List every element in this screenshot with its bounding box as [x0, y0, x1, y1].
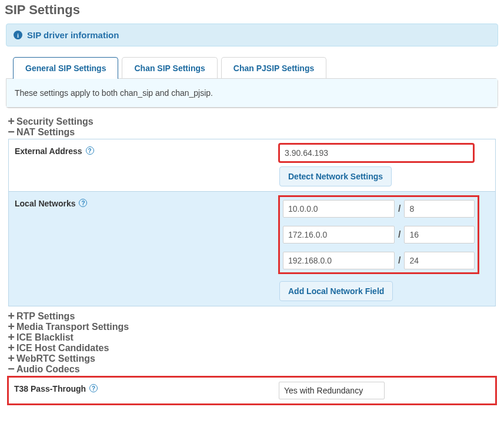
t38-select[interactable]: Yes with Redundancy [279, 382, 385, 399]
local-network-row-1: / [283, 226, 475, 243]
banner-text: SIP driver information [27, 30, 119, 40]
tab-chan-pjsip[interactable]: Chan PJSIP Settings [221, 57, 326, 79]
local-network-row-0: / [283, 200, 475, 218]
row-local-networks: Local Networks ? / / [9, 192, 495, 306]
sec-ice-blacklist-label: ICE Blacklist [16, 332, 74, 343]
local-networks-label: Local Networks [15, 199, 75, 208]
sec-audio-codecs[interactable]: − Audio Codecs [6, 364, 498, 375]
plus-icon: + [7, 354, 15, 362]
local-network-row-2: / [283, 252, 475, 269]
slash-icon: / [398, 229, 400, 240]
sec-security[interactable]: + Security Settings [6, 116, 498, 127]
tabs: General SIP Settings Chan SIP Settings C… [6, 57, 498, 79]
local-networks-group: / / / [279, 196, 478, 273]
local-net-input-1[interactable] [283, 226, 395, 243]
sec-audio-codecs-label: Audio Codecs [16, 364, 80, 375]
sec-security-label: Security Settings [16, 116, 94, 127]
panel-note: These settings apply to both chan_sip an… [6, 79, 498, 108]
sec-nat-label: NAT Settings [16, 127, 75, 138]
plus-icon: + [7, 343, 15, 352]
sec-rtp[interactable]: + RTP Settings [6, 311, 498, 322]
local-net-input-2[interactable] [283, 252, 395, 269]
sec-media-transport[interactable]: + Media Transport Settings [6, 322, 498, 332]
sip-driver-info-banner[interactable]: i SIP driver information [6, 24, 498, 46]
plus-icon: + [7, 117, 15, 125]
slash-icon: / [398, 255, 400, 266]
sec-ice-host-label: ICE Host Candidates [16, 343, 109, 353]
sec-webrtc[interactable]: + WebRTC Settings [6, 353, 498, 364]
sec-media-transport-label: Media Transport Settings [16, 322, 129, 332]
detect-network-button[interactable]: Detect Network Settings [279, 166, 392, 186]
local-mask-input-1[interactable] [404, 226, 475, 243]
info-icon: i [14, 31, 22, 39]
plus-icon: + [7, 333, 15, 341]
sec-webrtc-label: WebRTC Settings [16, 353, 95, 364]
slash-icon: / [398, 204, 400, 214]
local-net-input-0[interactable] [283, 200, 395, 218]
sec-nat[interactable]: − NAT Settings [6, 127, 498, 138]
local-mask-input-0[interactable] [404, 200, 475, 218]
sec-rtp-label: RTP Settings [16, 311, 75, 322]
plus-icon: + [7, 312, 15, 320]
help-icon[interactable]: ? [79, 199, 87, 207]
tab-chan-sip[interactable]: Chan SIP Settings [122, 57, 217, 79]
add-local-network-button[interactable]: Add Local Network Field [279, 281, 393, 301]
sec-ice-blacklist[interactable]: + ICE Blacklist [6, 332, 498, 343]
row-external-address: External Address ? Detect Network Settin… [9, 139, 495, 192]
t38-label: T38 Pass-Through [14, 384, 86, 393]
sec-ice-host[interactable]: + ICE Host Candidates [6, 343, 498, 353]
local-mask-input-2[interactable] [404, 252, 475, 269]
external-address-label: External Address [15, 146, 82, 156]
t38-value: Yes with Redundancy [284, 386, 363, 395]
plus-icon: + [7, 322, 15, 331]
external-address-input[interactable] [279, 144, 473, 162]
help-icon[interactable]: ? [86, 146, 94, 155]
general-panel: These settings apply to both chan_sip an… [6, 78, 498, 108]
nat-fields: External Address ? Detect Network Settin… [8, 139, 496, 306]
minus-icon: − [7, 365, 15, 373]
minus-icon: − [7, 128, 15, 136]
t38-block: T38 Pass-Through ? Yes with Redundancy [8, 377, 496, 404]
tab-general[interactable]: General SIP Settings [13, 57, 118, 79]
page-title: SIP Settings [0, 0, 504, 24]
help-icon[interactable]: ? [89, 384, 98, 392]
